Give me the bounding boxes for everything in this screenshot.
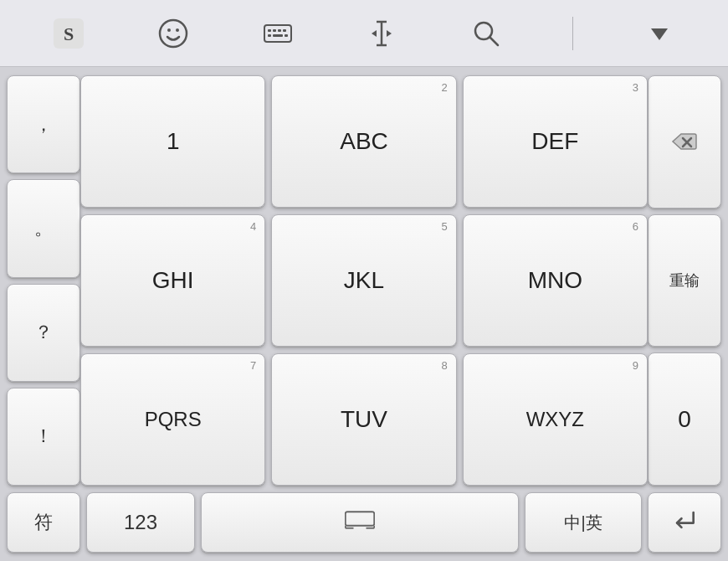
side-column: ， 。 ？ ！	[7, 75, 80, 486]
svg-text:S: S	[64, 23, 74, 44]
toolbar: S	[0, 0, 728, 67]
svg-marker-17	[387, 30, 392, 37]
fu-key[interactable]: 符	[7, 492, 80, 553]
key-ghi[interactable]: 4 GHI	[80, 214, 265, 347]
search-icon[interactable]	[468, 15, 505, 52]
emoji-icon[interactable]	[155, 15, 192, 52]
question-key[interactable]: ？	[7, 284, 80, 382]
num123-key[interactable]: 123	[86, 492, 195, 553]
enter-key[interactable]	[648, 492, 721, 553]
svg-rect-10	[268, 34, 271, 37]
svg-marker-16	[372, 30, 377, 37]
key-tuv[interactable]: 8 TUV	[271, 353, 456, 486]
exclamation-key[interactable]: ！	[7, 388, 80, 486]
cursor-icon[interactable]	[363, 15, 400, 52]
key-wxyz[interactable]: 9 WXYZ	[463, 353, 648, 486]
bottom-row: 符 123 中|英	[7, 492, 721, 553]
keyboard: ， 。 ？ ！ 1 2 ABC	[0, 67, 728, 561]
right-column: 重输 0	[648, 75, 721, 486]
keyboard-icon[interactable]	[259, 15, 296, 52]
svg-rect-6	[268, 29, 271, 32]
space-key[interactable]	[201, 492, 519, 553]
key-mno[interactable]: 6 MNO	[463, 214, 648, 347]
zhongying-key[interactable]: 中|英	[525, 492, 642, 553]
svg-rect-5	[264, 25, 291, 42]
comma-key[interactable]: ，	[7, 75, 80, 173]
svg-point-3	[167, 28, 171, 32]
svg-rect-9	[283, 29, 286, 32]
grid-row-1: 1 2 ABC 3 DEF	[80, 75, 648, 208]
svg-rect-7	[273, 29, 276, 32]
scribd-icon[interactable]: S	[50, 15, 87, 52]
dropdown-icon[interactable]	[641, 15, 678, 52]
svg-marker-20	[651, 28, 668, 40]
center-grid: 1 2 ABC 3 DEF 4 GHI 5 JKL	[80, 75, 648, 486]
enter-icon	[671, 507, 698, 538]
toolbar-divider	[572, 17, 573, 50]
key-abc[interactable]: 2 ABC	[271, 75, 456, 208]
zero-key[interactable]: 0	[648, 353, 721, 486]
svg-line-19	[490, 37, 498, 45]
key-pqrs[interactable]: 7 PQRS	[80, 353, 265, 486]
period-key[interactable]: 。	[7, 179, 80, 277]
backspace-key[interactable]	[648, 75, 721, 208]
svg-point-2	[160, 20, 187, 47]
grid-row-2: 4 GHI 5 JKL 6 MNO	[80, 214, 648, 347]
svg-rect-11	[273, 34, 283, 37]
space-icon	[345, 510, 375, 535]
key-def[interactable]: 3 DEF	[463, 75, 648, 208]
key-jkl[interactable]: 5 JKL	[271, 214, 456, 347]
main-area: ， 。 ？ ！ 1 2 ABC	[7, 75, 721, 486]
svg-rect-8	[278, 29, 281, 32]
svg-rect-23	[346, 512, 375, 526]
svg-point-4	[176, 28, 179, 32]
svg-rect-12	[285, 34, 288, 37]
grid-row-3: 7 PQRS 8 TUV 9 WXYZ	[80, 353, 648, 486]
backspace-icon	[671, 128, 698, 155]
reenter-key[interactable]: 重输	[648, 214, 721, 347]
key-1[interactable]: 1	[80, 75, 265, 208]
